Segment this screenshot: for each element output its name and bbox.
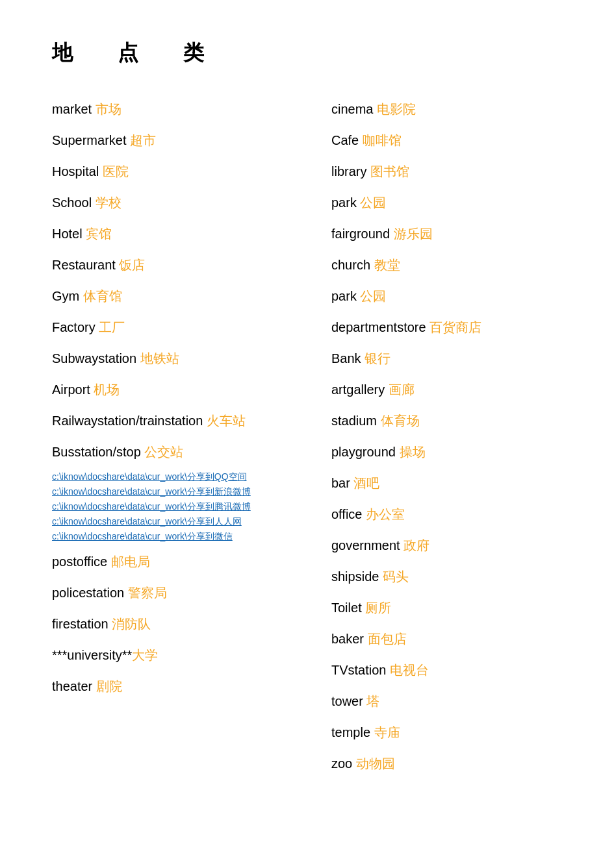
english-word: church xyxy=(331,258,370,272)
right-vocab-item: TVstation 电视台 xyxy=(331,654,562,686)
left-vocab-item: Factory 工厂 xyxy=(52,312,331,343)
english-word: ***university** xyxy=(52,648,132,662)
chinese-word: 医院 xyxy=(99,164,129,179)
chinese-word: 银行 xyxy=(361,351,391,366)
left-vocab-item: Supermarket 超市 xyxy=(52,125,331,156)
chinese-word: 咖啡馆 xyxy=(359,133,402,147)
english-word: Hotel xyxy=(52,227,83,241)
left-vocab-item: Hotel 宾馆 xyxy=(52,218,331,249)
chinese-word: 码头 xyxy=(379,569,409,584)
chinese-word: 教堂 xyxy=(370,258,400,272)
english-word: postoffice xyxy=(52,554,107,569)
english-word: Bank xyxy=(331,351,361,366)
share-link[interactable]: c:\iknow\docshare\data\cur_work\分享到微信 xyxy=(52,530,331,543)
english-word: TVstation xyxy=(331,663,386,677)
chinese-word: 操场 xyxy=(396,445,426,459)
english-word: government xyxy=(331,538,400,552)
english-word: baker xyxy=(331,632,364,646)
page-title: 地 点 类 xyxy=(52,39,224,68)
left-vocab-item: theater 剧院 xyxy=(52,671,331,702)
right-vocab-item: Toilet 厕所 xyxy=(331,592,562,623)
right-vocab-item: cinema 电影院 xyxy=(331,93,562,125)
right-vocab-item: government 政府 xyxy=(331,530,562,561)
english-word: Factory xyxy=(52,320,96,334)
chinese-word: 百货商店 xyxy=(426,320,482,334)
share-link[interactable]: c:\iknow\docshare\data\cur_work\分享到QQ空间 xyxy=(52,470,331,484)
chinese-word: 公园 xyxy=(357,195,387,210)
english-word: tower xyxy=(331,694,363,708)
right-vocab-item: office 办公室 xyxy=(331,499,562,530)
chinese-word: 宾馆 xyxy=(83,227,112,241)
chinese-word: 市场 xyxy=(92,102,122,116)
right-column: cinema 电影院Cafe 咖啡馆library 图书馆park 公园fair… xyxy=(331,93,562,779)
right-vocab-item: library 图书馆 xyxy=(331,156,562,187)
left-vocab-item: Airport 机场 xyxy=(52,374,331,405)
chinese-word: 大学 xyxy=(132,648,158,662)
left-vocab-item: market 市场 xyxy=(52,93,331,125)
english-word: Airport xyxy=(52,382,90,397)
left-column: market 市场Supermarket 超市Hospital 医院School… xyxy=(52,93,331,779)
share-link[interactable]: c:\iknow\docshare\data\cur_work\分享到新浪微博 xyxy=(52,485,331,499)
right-vocab-item: shipside 码头 xyxy=(331,561,562,592)
left-vocab-item: Subwaystation 地铁站 xyxy=(52,343,331,374)
links-section: c:\iknow\docshare\data\cur_work\分享到QQ空间c… xyxy=(52,467,331,546)
page-container: 地 点 类 market 市场Supermarket 超市Hospital 医院… xyxy=(52,39,562,779)
chinese-word: 游乐园 xyxy=(390,227,433,241)
chinese-word: 工厂 xyxy=(96,320,125,334)
chinese-word: 学校 xyxy=(92,195,122,210)
english-word: firestation xyxy=(52,617,109,631)
english-word: Hospital xyxy=(52,164,99,179)
left-vocab-item: firestation 消防队 xyxy=(52,608,331,639)
left-vocab-item: Gym 体育馆 xyxy=(52,280,331,312)
english-word: shipside xyxy=(331,569,379,584)
right-vocab-item: stadium 体育场 xyxy=(331,405,562,436)
share-link[interactable]: c:\iknow\docshare\data\cur_work\分享到腾讯微博 xyxy=(52,500,331,514)
right-vocab-item: park 公园 xyxy=(331,280,562,312)
english-word: bar xyxy=(331,476,350,490)
english-word: Cafe xyxy=(331,133,359,147)
chinese-word: 体育馆 xyxy=(79,289,122,303)
english-word: artgallery xyxy=(331,382,385,397)
right-vocab-item: temple 寺庙 xyxy=(331,717,562,748)
chinese-word: 厕所 xyxy=(362,601,392,615)
right-vocab-item: zoo 动物园 xyxy=(331,748,562,779)
right-vocab-item: departmentstore 百货商店 xyxy=(331,312,562,343)
english-word: park xyxy=(331,195,357,210)
chinese-word: 邮电局 xyxy=(107,554,150,569)
english-word: fairground xyxy=(331,227,390,241)
english-word: School xyxy=(52,195,92,210)
chinese-word: 塔 xyxy=(363,694,380,708)
header-row: 地 点 类 xyxy=(52,39,562,68)
chinese-word: 警察局 xyxy=(124,586,167,600)
english-word: policestation xyxy=(52,586,124,600)
english-word: library xyxy=(331,164,366,179)
chinese-word: 电影院 xyxy=(373,102,416,116)
chinese-word: 图书馆 xyxy=(366,164,409,179)
right-vocab-item: fairground 游乐园 xyxy=(331,218,562,249)
english-word: theater xyxy=(52,679,92,693)
share-link[interactable]: c:\iknow\docshare\data\cur_work\分享到人人网 xyxy=(52,515,331,528)
content-area: market 市场Supermarket 超市Hospital 医院School… xyxy=(52,93,562,779)
english-word: playground xyxy=(331,445,396,459)
english-word: market xyxy=(52,102,92,116)
right-vocab-item: Cafe 咖啡馆 xyxy=(331,125,562,156)
english-word: Subwaystation xyxy=(52,351,136,366)
right-vocab-item: park 公园 xyxy=(331,187,562,218)
english-word: stadium xyxy=(331,414,377,428)
english-word: Busstation/stop xyxy=(52,445,141,459)
chinese-word: 电视台 xyxy=(386,663,429,677)
chinese-word: 公交站 xyxy=(141,445,184,459)
left-vocab-item: policestation 警察局 xyxy=(52,577,331,608)
chinese-word: 饭店 xyxy=(116,258,146,272)
english-word: Restaurant xyxy=(52,258,116,272)
chinese-word: 酒吧 xyxy=(350,476,380,490)
chinese-word: 面包店 xyxy=(364,632,407,646)
left-vocab-item: Hospital 医院 xyxy=(52,156,331,187)
left-vocab-item: School 学校 xyxy=(52,187,331,218)
chinese-word: 体育场 xyxy=(377,414,420,428)
chinese-word: 火车站 xyxy=(203,414,246,428)
chinese-word: 画廊 xyxy=(385,382,415,397)
english-word: departmentstore xyxy=(331,320,426,334)
english-word: Supermarket xyxy=(52,133,127,147)
chinese-word: 机场 xyxy=(90,382,120,397)
